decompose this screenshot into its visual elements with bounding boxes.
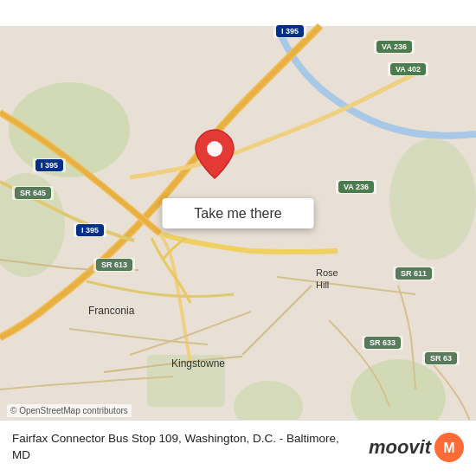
copyright-notice: © OpenStreetMap contributors xyxy=(7,404,132,417)
road-label-sr613: SR 613 xyxy=(93,258,135,272)
road-label-sr611: SR 611 xyxy=(393,267,434,280)
place-label-kingstowne: Kingstowne xyxy=(171,357,225,370)
bottom-bar: Fairfax Connector Bus Stop 109, Washingt… xyxy=(0,420,476,476)
road-label-va236-mid: VA 236 xyxy=(336,180,376,194)
road-label-sr645: SR 645 xyxy=(12,186,54,200)
moovit-text: moovit xyxy=(369,436,431,459)
road-label-i395-top: I 395 xyxy=(273,24,306,38)
road-label-va236-top: VA 236 xyxy=(374,40,415,54)
take-me-there-button[interactable]: Take me there xyxy=(163,198,314,228)
place-label-rosehill: RoseHill xyxy=(316,267,338,292)
road-label-i395-mid: I 395 xyxy=(74,223,106,237)
svg-text:M: M xyxy=(443,441,454,455)
location-pin xyxy=(192,128,237,180)
road-label-i395-left: I 395 xyxy=(33,158,66,172)
moovit-icon: M xyxy=(434,433,464,462)
road-label-sr633: SR 633 xyxy=(362,336,403,350)
map-container: Take me there I 395 I 395 I 395 VA 236 V… xyxy=(0,0,476,476)
svg-point-6 xyxy=(389,138,476,260)
bottom-info: Fairfax Connector Bus Stop 109, Washingt… xyxy=(12,431,360,464)
road-label-va402: VA 402 xyxy=(388,62,428,76)
location-title: Fairfax Connector Bus Stop 109, Washingt… xyxy=(12,431,360,464)
svg-point-7 xyxy=(207,141,222,157)
road-label-sr63x: SR 63 xyxy=(422,351,460,365)
place-label-franconia: Franconia xyxy=(88,305,134,317)
moovit-logo: moovit M xyxy=(369,433,464,462)
